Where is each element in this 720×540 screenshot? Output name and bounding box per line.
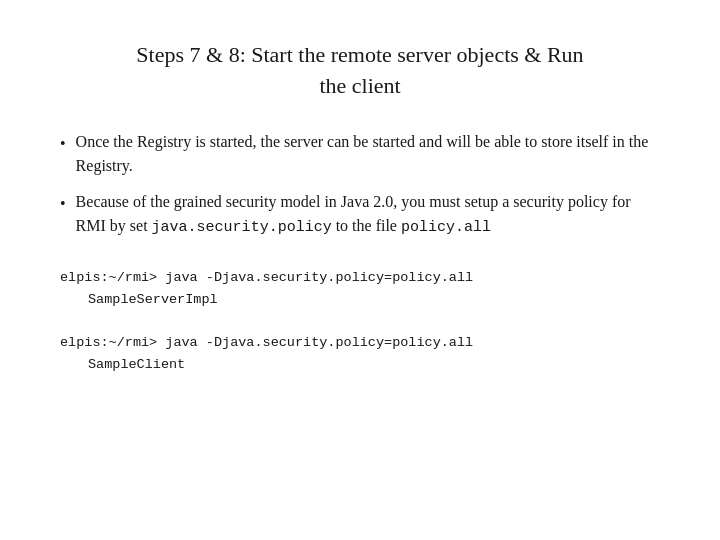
title-line1: Steps 7 & 8: Start the remote server obj… [136, 42, 583, 67]
bullet-item-2: • Because of the grained security model … [60, 190, 660, 240]
bullet-dot-1: • [60, 132, 66, 156]
bullet-text-2: Because of the grained security model in… [76, 190, 660, 240]
code-inline-1: java.security.policy [152, 219, 332, 236]
title-line2: the client [319, 73, 400, 98]
code-block-1: elpis:~/rmi> java -Djava.security.policy… [60, 267, 660, 310]
bullet-list: • Once the Registry is started, the serv… [60, 130, 660, 240]
slide-title: Steps 7 & 8: Start the remote server obj… [60, 40, 660, 102]
code-block-2-line2: SampleClient [88, 354, 660, 376]
bullet-dot-2: • [60, 192, 66, 216]
code-block-1-line1: elpis:~/rmi> java -Djava.security.policy… [60, 270, 473, 285]
code-block-2-line1: elpis:~/rmi> java -Djava.security.policy… [60, 335, 473, 350]
bullet-text-1: Once the Registry is started, the server… [76, 130, 660, 178]
code-block-1-line2: SampleServerImpl [88, 289, 660, 311]
bullet-item-1: • Once the Registry is started, the serv… [60, 130, 660, 178]
code-block-2: elpis:~/rmi> java -Djava.security.policy… [60, 332, 660, 375]
bullet-text-2-after: to the file [332, 217, 401, 234]
slide-container: Steps 7 & 8: Start the remote server obj… [60, 40, 660, 397]
code-inline-2: policy.all [401, 219, 491, 236]
